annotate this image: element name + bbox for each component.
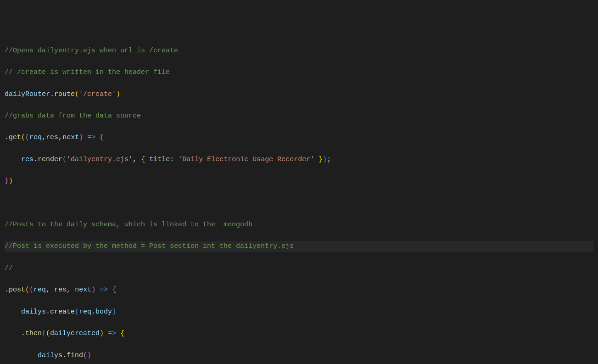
code-line[interactable]: .then((dailycreated) => { [5, 328, 593, 339]
code-token: , [42, 134, 46, 141]
comment-token: //Posts to the daily schema, which is li… [5, 221, 252, 229]
code-line[interactable] [5, 198, 593, 209]
code-token: ) [112, 308, 116, 316]
code-token [95, 286, 100, 294]
code-token: dailys [21, 308, 46, 316]
code-token: ) [87, 352, 91, 359]
code-token: , [46, 286, 54, 294]
comment-token: // [5, 264, 13, 272]
code-token: . [62, 352, 67, 359]
code-token: { [120, 330, 124, 337]
code-token: ) [79, 134, 83, 141]
code-token: dailycreated [50, 330, 100, 337]
code-token: . [34, 156, 38, 163]
code-token [314, 156, 319, 163]
code-token: , [67, 286, 75, 294]
code-token: ) [323, 156, 327, 163]
code-line[interactable]: dailys.find() [5, 350, 593, 361]
code-token: ( [62, 156, 67, 163]
comment-token: //grabs data from the data source [5, 112, 141, 120]
code-line[interactable]: .get((req,res,next) => { [5, 132, 593, 143]
code-token: route [54, 90, 75, 98]
code-token [95, 134, 100, 141]
code-line[interactable]: //Posts to the daily schema, which is li… [5, 219, 593, 230]
code-token [116, 330, 120, 337]
code-token [5, 308, 21, 316]
code-token: => [87, 134, 95, 141]
code-token: post [9, 286, 25, 294]
code-token: ( [25, 134, 29, 141]
code-token: : [170, 156, 178, 163]
code-token: ; [327, 156, 331, 163]
code-token: ( [29, 286, 34, 294]
code-token: ) [9, 177, 13, 185]
comment-token: // /create is written in the header file [5, 68, 170, 76]
code-token: body [95, 308, 112, 316]
code-token [83, 134, 87, 141]
code-token: . [5, 330, 25, 337]
code-line[interactable]: dailyRouter.route('/create') [5, 89, 593, 100]
code-token: find [67, 352, 83, 359]
code-token: } [319, 156, 323, 163]
code-token: dailyRouter [5, 90, 50, 98]
code-line[interactable]: dailys.create(req.body) [5, 307, 593, 318]
code-token: . [91, 308, 95, 316]
code-token: { [100, 134, 104, 141]
code-line[interactable]: // [5, 263, 593, 274]
code-line[interactable]: // /create is written in the header file [5, 67, 593, 78]
code-token: res [54, 286, 67, 294]
code-token: title [149, 156, 170, 163]
code-token: ( [75, 90, 79, 98]
code-token [5, 156, 21, 163]
code-token: ) [91, 286, 95, 294]
code-token: req [29, 134, 42, 141]
code-token: . [5, 286, 9, 294]
code-token: dailys [38, 352, 62, 359]
code-line[interactable]: res.render('dailyentry.ejs', { title: 'D… [5, 154, 593, 165]
code-token [104, 330, 108, 337]
code-token: res [21, 156, 34, 163]
code-token: render [38, 156, 62, 163]
code-token: => [100, 286, 108, 294]
code-token: ) [100, 330, 104, 337]
code-token: then [25, 330, 42, 337]
code-token: , [133, 156, 141, 163]
code-token: { [141, 156, 145, 163]
code-line[interactable]: //grabs data from the data source [5, 111, 593, 122]
code-token: ( [42, 330, 46, 337]
comment-token: //Opens dailyentry.ejs when url is /crea… [5, 47, 178, 55]
code-token: . [50, 90, 54, 98]
code-token: 'Daily Electronic Usage Recorder' [178, 156, 314, 163]
code-token: 'dailyentry.ejs' [67, 156, 133, 163]
code-token [108, 286, 112, 294]
code-token: req [79, 308, 91, 316]
code-line[interactable]: //Post is executed by the method = Post … [5, 241, 593, 252]
code-token [145, 156, 149, 163]
code-token: create [50, 308, 75, 316]
code-token: next [75, 286, 91, 294]
code-token: req [34, 286, 46, 294]
code-line[interactable]: }) [5, 176, 593, 187]
code-token: , [58, 134, 62, 141]
comment-token: //Post is executed by the method = Post … [5, 242, 294, 250]
code-token: '/create' [79, 90, 116, 98]
code-token: next [62, 134, 79, 141]
code-line[interactable]: //Opens dailyentry.ejs when url is /crea… [5, 45, 593, 56]
code-token: ( [25, 286, 29, 294]
code-token: => [108, 330, 116, 337]
code-token: get [9, 134, 21, 141]
code-token: ( [83, 352, 87, 359]
code-token: ( [46, 330, 50, 337]
code-editor[interactable]: //Opens dailyentry.ejs when url is /crea… [0, 44, 598, 364]
code-token: { [112, 286, 116, 294]
code-token: res [46, 134, 58, 141]
code-token: } [5, 177, 9, 185]
code-line[interactable]: .post((req, res, next) => { [5, 285, 593, 296]
code-token: ( [75, 308, 79, 316]
code-token [5, 352, 38, 359]
code-token: . [46, 308, 50, 316]
code-token: . [5, 134, 9, 141]
code-token: ( [21, 134, 25, 141]
code-token: ) [116, 90, 120, 98]
